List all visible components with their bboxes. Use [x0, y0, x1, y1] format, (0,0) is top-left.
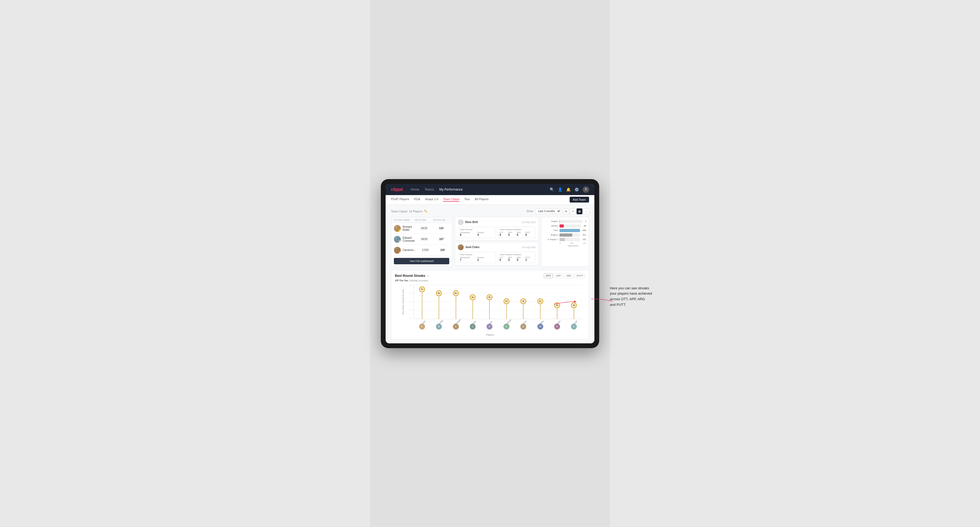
y-tick: 2: [410, 309, 410, 311]
filter-arg[interactable]: ARG: [564, 273, 574, 278]
y-axis-label: Best Streak, Fairway Accuracy: [395, 284, 411, 319]
navbar: clippd Home Teams My Performance 🔍 👤 🔔 ⚙…: [386, 184, 594, 195]
streaks-title: Best Round Streaks ←: [395, 274, 431, 278]
bar-fill: [560, 224, 564, 227]
table-row: 2 Edward Crossman 18/20 107: [391, 234, 452, 245]
bar-label-dbogeys: D. Bogeys +: [544, 238, 558, 240]
bell-icon[interactable]: 🔔: [566, 187, 571, 192]
streak-line: [523, 305, 523, 319]
y-tick: 8: [410, 284, 410, 286]
player-avatar: 3: [394, 247, 401, 254]
team-name: Team Clippd: [391, 210, 407, 213]
annotation: Here you can see streaks your players ha…: [610, 286, 674, 308]
grid-view-btn[interactable]: ⊞: [563, 208, 569, 214]
col-pb-score: PB SCORE: [415, 219, 433, 221]
streak-col: 4x: [504, 298, 509, 319]
bar-label-pars: Pars: [544, 229, 558, 232]
streak-col: 3x: [571, 302, 577, 319]
settings-icon[interactable]: ⚙️: [574, 187, 579, 192]
streak-avatar: C: [571, 324, 577, 330]
subnav-pga[interactable]: PGA: [414, 197, 420, 202]
player-score: 18/20: [415, 238, 434, 241]
practice-activities-group: Total Practice Activities OTT 0 APP: [498, 227, 536, 238]
streak-avatar: M: [538, 324, 543, 330]
player-avg: 103: [434, 249, 450, 252]
nav-teams[interactable]: Teams: [425, 187, 434, 192]
bar-label-bogeys: Bogeys: [544, 234, 558, 236]
arg-label: ARG: [517, 232, 525, 233]
streaks-section: Best Round Streaks ← OTT APP ARG PUTT: [391, 270, 589, 340]
annotation-line1: Here you can see streaks: [610, 286, 649, 290]
add-team-button[interactable]: Add Team: [570, 197, 589, 203]
total-rounds-group: Total Rounds Tournament 8 Practice: [458, 227, 496, 238]
subnav-team-clippd[interactable]: Team Clippd: [443, 197, 460, 202]
view-icons: ⊞ ≡ ▦ ↕: [563, 208, 589, 214]
rounds-label: Total Rounds: [460, 229, 494, 231]
filter-app[interactable]: APP: [554, 273, 563, 278]
table-view-btn[interactable]: ↕: [583, 208, 589, 214]
x-tick: 0: [560, 242, 561, 244]
streaks-filter-btns: OTT APP ARG PUTT: [544, 273, 585, 278]
arg-value: 0: [517, 259, 525, 261]
edit-icon[interactable]: ✏️: [424, 210, 428, 213]
chart-x-title: Total Shots: [544, 244, 586, 247]
list-view-btn[interactable]: ≡: [570, 208, 576, 214]
col-pb-avg: PB AVG SQ: [433, 219, 449, 221]
filter-putt[interactable]: PUTT: [575, 273, 585, 278]
bar-label-birdies: Birdies: [544, 225, 558, 227]
player-card: Josh Coles 26 Aug 2023 Total Rounds: [455, 242, 538, 265]
period-select[interactable]: Last 3 months: [535, 208, 561, 214]
bar-value-dbogeys: 131: [583, 238, 586, 241]
practice-value: 4: [477, 233, 494, 237]
bar-fill: [560, 229, 580, 232]
bar-container: [560, 233, 580, 237]
bar-container: [560, 238, 580, 241]
streak-bubble: 5x: [487, 294, 492, 300]
subnav-hcaps[interactable]: Hcaps 1-5: [425, 197, 438, 202]
streak-bubble: 4x: [504, 298, 509, 304]
streak-cols-container: 7xE. Ebert6xB. McHerg6xD. Billingham5xJ.…: [414, 284, 582, 319]
streak-line: [574, 308, 574, 319]
streak-line: [473, 300, 473, 319]
player-name: Cameron...: [402, 249, 416, 252]
bar-row-pars: Pars 499: [544, 229, 586, 232]
streak-avatar: R: [554, 324, 560, 330]
avatar[interactable]: R: [583, 186, 589, 193]
practice-value: 2: [477, 259, 494, 261]
card-view-btn[interactable]: ▦: [577, 208, 582, 214]
subnav-links: PGAT Players PGA Hcaps 1-5 Team Clippd T…: [391, 197, 570, 202]
streak-col: 5x: [487, 294, 492, 319]
nav-my-performance[interactable]: My Performance: [439, 187, 463, 192]
leaderboard-card: PLAYER NAME PB SCORE PB AVG SQ 1: [391, 217, 452, 267]
bar-row-eagles: Eagles 3: [544, 220, 586, 223]
card-player-info: Josh Coles: [458, 244, 479, 250]
player-avg: 107: [434, 238, 450, 241]
subnav-all-players[interactable]: All Players: [475, 197, 488, 202]
bar-chart: Eagles 3 Birdies: [544, 220, 586, 241]
main-content: Team Clippd 14 Players ✏️ Show Last 3 mo…: [386, 205, 594, 343]
rank-badge: 2: [398, 240, 401, 243]
ott-value: 0: [500, 233, 508, 237]
activities-label: Total Practice Activities: [500, 253, 533, 256]
rounds-label: Total Rounds: [460, 253, 494, 256]
col-player-name: PLAYER NAME: [394, 219, 415, 221]
player-info: 1 Richard Butler: [394, 225, 415, 232]
filter-ott[interactable]: OTT: [544, 273, 553, 278]
practice-label: Practice: [477, 232, 494, 233]
streak-bubble: 4x: [520, 298, 526, 304]
user-icon[interactable]: 👤: [558, 187, 562, 192]
x-tick: 200: [570, 242, 573, 244]
bar-container: [560, 220, 582, 223]
player-avatar: 2: [394, 236, 401, 243]
tournament-value: 7: [460, 259, 476, 261]
y-ticks: 8 6 4 2 0: [410, 284, 410, 319]
player-count: 14 Players: [409, 210, 423, 213]
search-icon[interactable]: 🔍: [550, 187, 554, 192]
subnav-tour[interactable]: Tour: [464, 197, 470, 202]
bar-label-eagles: Eagles: [544, 220, 558, 222]
nav-home[interactable]: Home: [410, 187, 419, 192]
annotation-line3: across OTT, APP, ARG: [610, 297, 645, 301]
player-avg: 110: [433, 227, 449, 230]
view-full-leaderboard-button[interactable]: View Full Leaderboard: [394, 258, 449, 264]
subnav-pgat[interactable]: PGAT Players: [391, 197, 409, 202]
